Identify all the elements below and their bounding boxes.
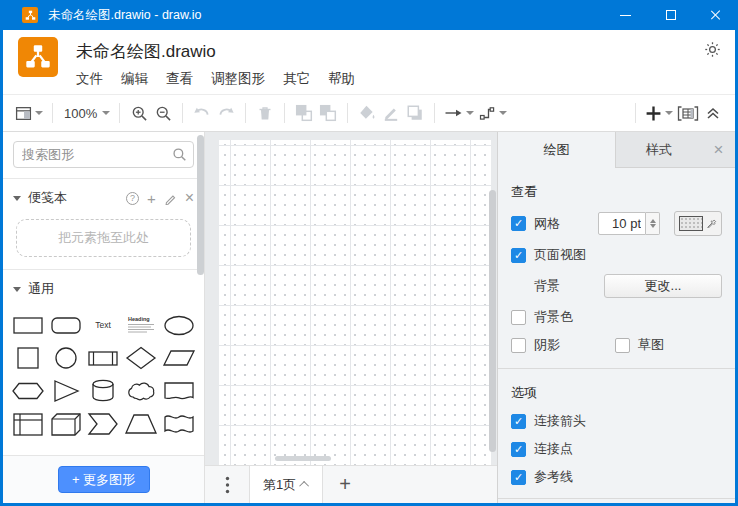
search-input[interactable] [13,141,194,168]
close-button[interactable] [693,0,738,30]
window-title: 未命名绘图.drawio - draw.io [48,7,603,24]
shape-heading[interactable]: Heading [122,308,160,341]
close-scratchpad-icon[interactable] [185,191,194,206]
drawing-page[interactable] [219,140,491,465]
delete-button[interactable] [253,100,277,126]
connector-icon [478,105,496,121]
menu-view[interactable]: 查看 [166,70,193,88]
menu-extras[interactable]: 其它 [283,70,310,88]
shape-process[interactable] [85,341,123,374]
shape-diamond[interactable] [122,341,160,374]
vertical-dots-icon [225,476,230,494]
shape-document[interactable] [160,374,198,407]
connection-arrows-label: 连接箭头 [534,412,586,430]
pages-menu-button[interactable] [205,466,249,503]
more-shapes-button[interactable]: + 更多图形 [58,466,150,493]
connection-arrows-checkbox[interactable] [511,414,526,429]
dropdown-caret-icon [35,111,43,115]
shadow-label: 阴影 [534,336,560,354]
grid-color-button[interactable] [674,211,722,236]
shape-palette: Text Heading [9,308,198,440]
menu-arrange[interactable]: 调整图形 [211,70,265,88]
undo-icon [193,104,211,122]
shape-trapezoid[interactable] [122,407,160,440]
sketch-checkbox[interactable] [615,338,630,353]
shape-cube[interactable] [47,407,85,440]
general-section-header[interactable]: 通用 [3,278,204,300]
zoom-in-button[interactable] [127,100,151,126]
document-title[interactable]: 未命名绘图.drawio [76,40,216,63]
minimize-button[interactable] [603,0,648,30]
shape-circle[interactable] [47,341,85,374]
canvas-vertical-scrollbar[interactable] [489,190,496,452]
menu-edit[interactable]: 编辑 [121,70,148,88]
maximize-button[interactable] [648,0,693,30]
drawio-window: 未命名绘图.drawio - draw.io 未命名绘图.drawio 文件 编… [0,0,738,506]
drawio-logo-icon [22,7,38,23]
background-label: 背景 [534,277,560,295]
shape-triangle[interactable] [47,374,85,407]
waypoint-style-button[interactable] [476,100,509,126]
redo-button[interactable] [214,100,238,126]
grid-label: 网格 [534,215,560,233]
shape-rectangle[interactable] [9,308,47,341]
canvas-horizontal-scrollbar[interactable] [275,456,331,461]
shape-tape[interactable] [160,407,198,440]
edit-pencil-icon[interactable] [164,192,177,205]
add-page-button[interactable] [323,466,367,503]
fill-color-button[interactable] [355,100,379,126]
panel-layout-icon [15,105,32,122]
theme-toggle-button[interactable] [701,38,723,60]
shape-ellipse[interactable] [160,308,198,341]
search-icon[interactable] [172,147,187,165]
menu-help[interactable]: 帮助 [328,70,355,88]
shape-text[interactable]: Text [85,308,123,341]
help-icon[interactable] [126,192,139,205]
page-view-checkbox[interactable] [511,248,526,263]
shape-internal-storage[interactable] [9,407,47,440]
tab-diagram[interactable]: 绘图 [498,132,616,168]
grid-size-stepper[interactable] [646,212,660,235]
shape-cloud[interactable] [122,374,160,407]
change-background-button[interactable]: 更改... [604,274,722,298]
zoom-out-button[interactable] [151,100,175,126]
shadow-button[interactable] [403,100,427,126]
insert-button[interactable] [643,100,675,126]
menu-file[interactable]: 文件 [76,70,103,88]
close-format-panel-icon[interactable] [702,132,735,167]
grid-checkbox[interactable] [511,216,526,231]
connection-points-checkbox[interactable] [511,442,526,457]
shadow-checkbox[interactable] [511,338,526,353]
tab-style[interactable]: 样式 [616,132,702,167]
guides-checkbox[interactable] [511,470,526,485]
undo-button[interactable] [190,100,214,126]
shape-square[interactable] [9,341,47,374]
grid-size-input[interactable] [598,212,646,235]
add-icon[interactable] [147,192,156,205]
shadow-icon [406,104,424,122]
line-color-button[interactable] [379,100,403,126]
fill-color-icon [358,104,376,122]
expand-collapse-button[interactable] [701,100,725,126]
shape-rounded-rectangle[interactable] [47,308,85,341]
canvas-area[interactable]: 第1页 [205,132,497,503]
shape-cylinder[interactable] [85,374,123,407]
scratchpad-dropzone[interactable]: 把元素拖至此处 [16,219,191,257]
shape-step[interactable] [85,407,123,440]
view-panels-button[interactable] [13,100,45,126]
page-tab-1[interactable]: 第1页 [249,466,323,503]
scratchpad-section-header[interactable]: 便笺本 [3,187,204,209]
page-tab-label: 第1页 [263,476,296,494]
guides-label: 参考线 [534,468,573,486]
format-panel: 绘图 样式 查看 网格 [497,132,735,503]
shape-hexagon[interactable] [9,374,47,407]
redo-icon [217,104,235,122]
insert-table-button[interactable] [675,100,701,126]
connection-arrow-button[interactable] [442,100,476,126]
to-back-button[interactable] [316,100,340,126]
background-color-checkbox[interactable] [511,310,526,325]
shape-parallelogram[interactable] [160,341,198,374]
zoom-level-button[interactable]: 100% [60,100,112,126]
to-front-button[interactable] [292,100,316,126]
sidebar-scrollbar[interactable] [197,135,204,285]
